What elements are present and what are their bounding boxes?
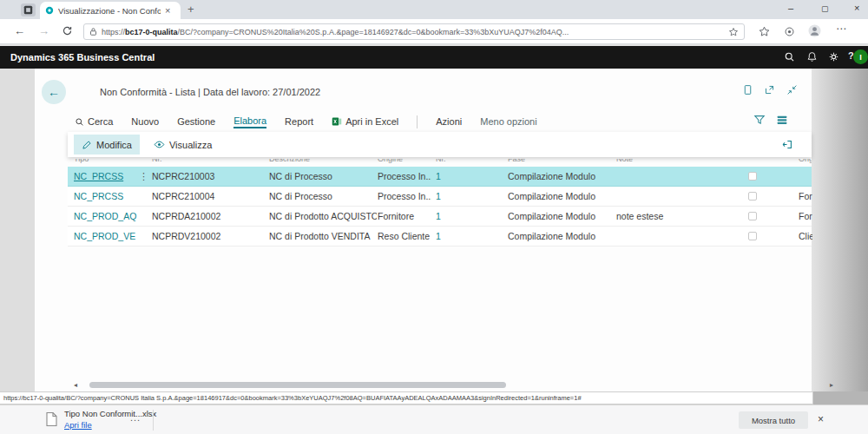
status-bar-gray-area [813, 391, 868, 404]
scroll-left-icon[interactable]: ◂ [74, 381, 82, 389]
cell-right: Clie [799, 231, 812, 241]
browser-more-menu[interactable]: ⋯ [836, 23, 846, 35]
forward-button[interactable]: → [38, 25, 49, 36]
table-row[interactable]: NC_PRCSSNCPRC210004NC di ProcessoProcess… [68, 187, 812, 207]
page-back-button[interactable]: ← [42, 80, 66, 104]
new-tab-button[interactable]: + [187, 3, 194, 16]
table-row[interactable]: NC_PROD_VENCPRDV210002NC di Prodotto VEN… [68, 227, 812, 247]
cell-origine: Processo In... [378, 191, 431, 201]
browser-essentials-icon[interactable] [784, 26, 795, 37]
scroll-right-icon[interactable]: ▸ [825, 381, 833, 389]
window-maximize-button[interactable]: ▢ [821, 4, 829, 13]
submenu-visualizza-label: Visualizza [169, 140, 212, 150]
collections-icon[interactable] [759, 26, 770, 37]
cell-origine: Fornitore [378, 211, 431, 221]
layout-list-icon[interactable] [776, 114, 788, 126]
column-header[interactable]: Origine [799, 159, 812, 163]
share-icon[interactable] [764, 84, 775, 95]
browser-tab-active[interactable]: Visualizzazione - Non Conformi × [40, 2, 181, 19]
action-meno-opzioni[interactable]: Meno opzioni [480, 116, 536, 127]
cell-right: For [799, 211, 812, 221]
workspace-glyph-icon [23, 5, 33, 15]
row-checkbox[interactable] [748, 212, 757, 220]
show-all-button[interactable]: Mostra tutto [739, 411, 808, 429]
profile-avatar[interactable] [808, 24, 821, 37]
tab-close-icon[interactable]: × [165, 6, 170, 16]
column-header[interactable]: Note [616, 159, 633, 163]
address-bar[interactable]: https://bc17-0-qualita/BC/?company=CRONU… [83, 23, 745, 40]
page-title: Non Conformità - Lista | Data del lavoro… [100, 87, 320, 97]
table-header-row: Tipo Nr. Descrizione Origine Nr. Fase No… [68, 159, 812, 167]
cell-fase: Compilazione Modulo [508, 171, 614, 181]
row-checkbox[interactable] [748, 192, 757, 201]
browser-status-bar: https://bc17-0-qualita/BC/?company=CRONU… [0, 391, 813, 404]
cell-tipo[interactable]: NC_PRCSS [74, 191, 140, 201]
cell-tipo[interactable]: NC_PRCSS [74, 171, 140, 181]
cell-qty: 1 [436, 191, 450, 201]
bookmark-page-icon[interactable] [742, 84, 753, 95]
action-nuovo[interactable]: Nuovo [131, 116, 159, 127]
edit-icon [82, 140, 92, 150]
window-minimize-button[interactable]: – [788, 3, 793, 13]
table-row[interactable]: NC_PROD_AQNCPRDA210002NC di Prodotto ACQ… [68, 207, 812, 227]
submenu-modifica-label: Modifica [96, 140, 132, 150]
table-row[interactable]: NC_PRCSSNCPRC210003NC di ProcessoProcess… [68, 167, 812, 187]
cell-nr: NCPRDV210002 [152, 231, 252, 241]
cell-right: For [799, 191, 812, 201]
cell-tipo[interactable]: NC_PROD_AQ [74, 211, 140, 221]
bc-search-icon[interactable] [784, 51, 795, 62]
column-header[interactable]: Nr. [152, 159, 162, 163]
column-header[interactable]: Nr. [436, 159, 446, 163]
window-close-button[interactable]: × [854, 3, 859, 13]
lock-icon [89, 27, 97, 36]
column-header[interactable]: Tipo [74, 159, 89, 163]
row-checkbox[interactable] [748, 232, 757, 240]
file-icon [45, 411, 57, 427]
scrollbar-thumb[interactable] [89, 382, 506, 388]
collapse-icon[interactable] [786, 84, 798, 95]
bc-settings-icon[interactable] [828, 51, 839, 62]
download-open-link[interactable]: Apri file [64, 420, 92, 430]
search-icon [75, 117, 84, 127]
download-file-name: Tipo Non Conformit...xlsx [64, 409, 156, 418]
refresh-button[interactable] [62, 25, 73, 36]
row-kebab-icon[interactable]: ⋮ [139, 171, 148, 182]
download-divider [153, 410, 154, 431]
cell-nr: NCPRDA210002 [152, 211, 252, 221]
cell-note: note estese [616, 211, 694, 221]
bc-user-avatar[interactable]: I [853, 49, 868, 64]
download-bar: Tipo Non Conformit...xlsx Apri file ... … [0, 404, 868, 434]
bc-app-header: Dynamics 365 Business Central ? I [0, 46, 868, 69]
download-close-icon[interactable]: × [818, 413, 824, 425]
url-path: /BC/?company=CRONUS%20Italia%20S.p.A.&pa… [178, 28, 569, 36]
column-header[interactable]: Descrizione [269, 159, 310, 163]
column-header[interactable]: Origine [378, 159, 403, 163]
list-horizontal-scrollbar[interactable]: ◂ ▸ [74, 379, 833, 390]
action-elabora[interactable]: Elabora [233, 115, 266, 128]
back-button[interactable]: ← [14, 25, 25, 36]
action-report[interactable]: Report [285, 116, 313, 127]
action-gestione[interactable]: Gestione [177, 116, 215, 127]
bc-notifications-icon[interactable] [806, 51, 818, 62]
cell-origine: Processo In... [378, 171, 431, 181]
row-checkbox[interactable] [748, 172, 757, 181]
cell-qty: 1 [436, 211, 450, 221]
action-azioni[interactable]: Azioni [436, 116, 462, 127]
submenu-modifica[interactable]: Modifica [74, 135, 140, 155]
download-more-icon[interactable]: ... [130, 412, 141, 423]
cell-tipo[interactable]: NC_PROD_VE [74, 231, 140, 241]
browser-workspace-icon[interactable] [21, 3, 36, 16]
action-apri-in-excel[interactable]: Apri in Excel [332, 116, 398, 127]
filter-icon[interactable] [753, 114, 766, 126]
action-cerca[interactable]: Cerca [75, 116, 113, 127]
browser-tab-strip: Visualizzazione - Non Conformi × + – ▢ × [0, 0, 868, 19]
favorites-star-icon[interactable] [728, 27, 739, 37]
browser-toolbar: ← → https://bc17-0-qualita/BC/?company=C… [0, 19, 868, 44]
scrollbar-track[interactable] [82, 381, 825, 389]
column-header[interactable]: Fase [508, 159, 525, 163]
cell-desc: NC di Prodotto ACQUISTO [269, 211, 377, 221]
popout-icon[interactable] [781, 139, 792, 150]
submenu-visualizza[interactable]: Visualizza [146, 135, 220, 155]
cell-fase: Compilazione Modulo [508, 211, 614, 221]
url-host: bc17-0-qualita [125, 28, 178, 36]
